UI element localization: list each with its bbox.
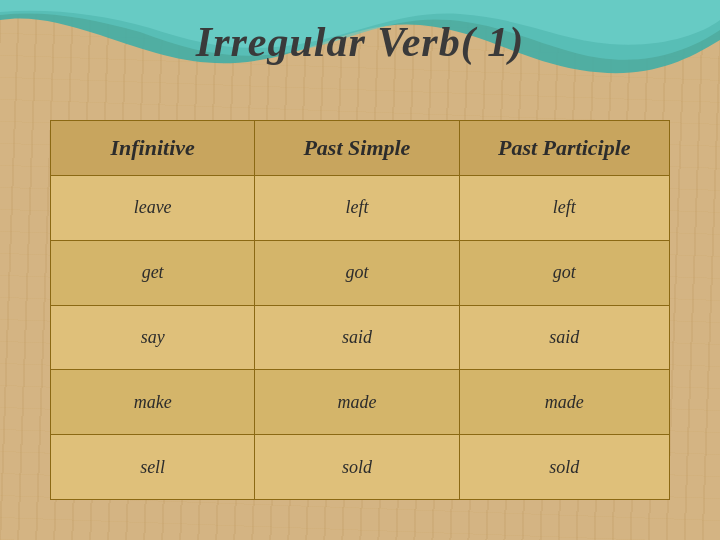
header-past-participle: Past Participle [459, 121, 669, 176]
cell-infinitive: get [51, 240, 255, 305]
cell-past-simple: got [255, 240, 459, 305]
cell-past-participle: made [459, 370, 669, 435]
cell-past-simple: said [255, 305, 459, 370]
cell-infinitive: make [51, 370, 255, 435]
table-row: sellsoldsold [51, 435, 670, 500]
irregular-verb-table: Infinitive Past Simple Past Participle l… [50, 120, 670, 500]
cell-infinitive: leave [51, 176, 255, 241]
table-header-row: Infinitive Past Simple Past Participle [51, 121, 670, 176]
cell-past-simple: left [255, 176, 459, 241]
cell-infinitive: say [51, 305, 255, 370]
verb-table-container: Infinitive Past Simple Past Participle l… [50, 120, 670, 500]
table-row: saysaidsaid [51, 305, 670, 370]
header-past-simple: Past Simple [255, 121, 459, 176]
cell-infinitive: sell [51, 435, 255, 500]
table-row: getgotgot [51, 240, 670, 305]
cell-past-simple: made [255, 370, 459, 435]
cell-past-participle: got [459, 240, 669, 305]
table-row: leaveleftleft [51, 176, 670, 241]
cell-past-participle: said [459, 305, 669, 370]
cell-past-participle: sold [459, 435, 669, 500]
cell-past-participle: left [459, 176, 669, 241]
header-infinitive: Infinitive [51, 121, 255, 176]
table-row: makemademade [51, 370, 670, 435]
page-title: Irregular Verb( 1) [0, 18, 720, 66]
cell-past-simple: sold [255, 435, 459, 500]
